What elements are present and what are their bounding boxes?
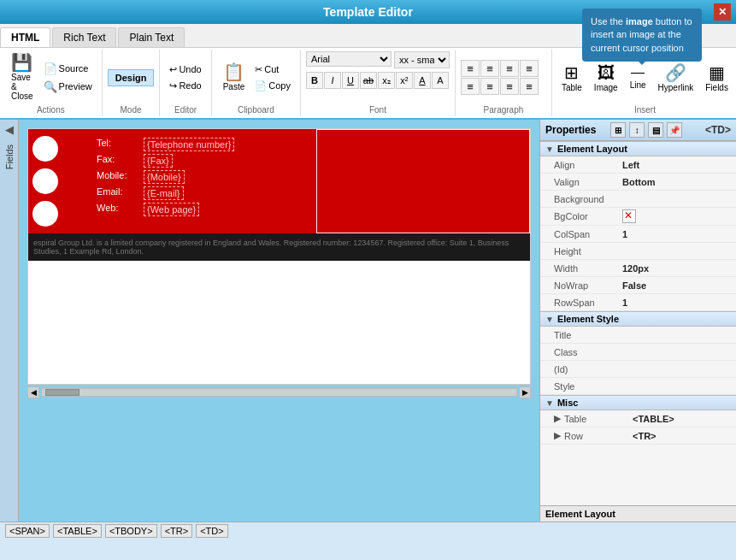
prop-background: Background (540, 191, 736, 208)
close-button[interactable]: ✕ (714, 3, 731, 21)
status-tag-span[interactable]: <SPAN> (5, 524, 50, 538)
superscript-button[interactable]: x² (396, 72, 413, 89)
collapse-icon-style: ▼ (545, 315, 554, 324)
expand-table[interactable]: ▶ (554, 413, 561, 424)
tooltip-box: Use the image button to insert an image … (582, 9, 702, 62)
status-tag-tr[interactable]: <TR> (161, 524, 193, 538)
status-tag-table[interactable]: <TABLE> (53, 524, 102, 538)
expand-row[interactable]: ▶ (554, 430, 561, 441)
outdent-button[interactable]: ≡ (520, 60, 539, 77)
properties-title: Properties (545, 124, 596, 136)
prop-table: ▶ Table <TABLE> (540, 410, 736, 427)
strikethrough-button[interactable]: ab (360, 72, 377, 89)
cut-button[interactable]: ✂ Cut (250, 62, 295, 78)
insert-label: Insert (634, 105, 656, 115)
contact-row-web: Web: {Web page} (97, 203, 308, 216)
prop-align: Align Left (540, 156, 736, 174)
section-element-layout[interactable]: ▼ Element Layout (540, 141, 736, 156)
font-size-select[interactable]: xx - small (394, 51, 450, 68)
fields-button[interactable]: ▦ Fields (701, 60, 733, 95)
preview-icon: 🔍 (44, 80, 57, 93)
undo-button[interactable]: ↩ Undo (165, 62, 205, 78)
properties-header: Properties ⊞ ↕ ▤ 📌 <TD> (540, 120, 736, 141)
ribbon-group-actions: 💾 Save &Close 📄 Source 🔍 Preview Actions (0, 50, 103, 116)
fields-toggle[interactable]: ◀ (5, 123, 14, 136)
table-icon: ⊞ (564, 62, 579, 83)
editor-label: Editor (174, 105, 197, 115)
align-left-button[interactable]: ≡ (461, 78, 480, 95)
paste-button[interactable]: 📋 Paste (217, 61, 251, 94)
design-button[interactable]: Design (108, 69, 155, 86)
status-bar: <SPAN> <TABLE> <TBODY> <TR> <TD> (0, 522, 736, 539)
prop-id: (Id) (540, 361, 736, 378)
tab-plain-text[interactable]: Plain Text (118, 27, 185, 47)
font-color-button[interactable]: A (414, 72, 431, 89)
ribbon-group-clipboard: 📋 Paste ✂ Cut 📄 Copy Clipboard (212, 50, 301, 116)
align-right-button[interactable]: ≡ (500, 78, 519, 95)
contact-row-mobile: Mobile: {Mobile} (97, 170, 308, 184)
prop-colspan: ColSpan 1 (540, 226, 736, 243)
fields-label: Fields (4, 144, 15, 169)
prop-style: Style (540, 378, 736, 395)
main-area: ◀ Fields (0, 120, 736, 522)
align-justify-button[interactable]: ≡ (520, 78, 539, 95)
canvas-inner: Tel: {Telephone number} Fax: {Fax} (27, 128, 531, 385)
hscrollbar: ◀ ▶ (27, 386, 531, 398)
source-button[interactable]: 📄 Source (39, 60, 97, 78)
properties-body: ▼ Element Layout Align Left Valign Botto… (540, 141, 736, 505)
prop-row: ▶ Row <TR> (540, 427, 736, 445)
tab-html[interactable]: HTML (0, 27, 50, 47)
hyperlink-button[interactable]: 🔗 Hyperlink (654, 60, 698, 95)
logo-circle-3 (32, 201, 58, 227)
clipboard-label: Clipboard (238, 105, 274, 115)
hyperlink-icon: 🔗 (665, 62, 686, 83)
font-name-select[interactable]: Arial (306, 51, 392, 67)
status-tag-tbody[interactable]: <TBODY> (105, 524, 157, 538)
prop-title: Title (540, 327, 736, 344)
source-icon: 📄 (44, 62, 57, 75)
props-icon-1[interactable]: ⊞ (610, 122, 626, 138)
email-template: Tel: {Telephone number} Fax: {Fax} (28, 129, 530, 261)
list-unordered-button[interactable]: ≡ (480, 60, 499, 77)
props-icon-4[interactable]: 📌 (667, 122, 682, 138)
prop-height: Height (540, 243, 736, 260)
bgcolor-swatch[interactable] (622, 209, 636, 223)
scroll-track[interactable] (41, 388, 517, 397)
subscript-button[interactable]: x₂ (378, 72, 395, 89)
section-misc[interactable]: ▼ Misc (540, 395, 736, 410)
paste-icon: 📋 (223, 63, 244, 80)
scroll-thumb[interactable] (45, 389, 79, 396)
tab-rich-text[interactable]: Rich Text (52, 27, 116, 47)
ribbon-group-font: Arial xx - small B I U ab x₂ x² A A (301, 50, 456, 116)
save-icon: 💾 (11, 54, 32, 71)
indent-button[interactable]: ≡ (500, 60, 519, 77)
preview-button[interactable]: 🔍 Preview (39, 78, 97, 96)
canvas-area[interactable]: Tel: {Telephone number} Fax: {Fax} (19, 120, 539, 522)
copy-button[interactable]: 📄 Copy (250, 78, 295, 94)
props-icon-2[interactable]: ↕ (629, 122, 645, 138)
scroll-right[interactable]: ▶ (519, 386, 531, 398)
bold-button[interactable]: B (306, 72, 323, 89)
prop-nowrap: NoWrap False (540, 277, 736, 294)
prop-rowspan: RowSpan 1 (540, 294, 736, 311)
align-center-button[interactable]: ≡ (480, 78, 499, 95)
image-button[interactable]: 🖼 Image (590, 61, 622, 95)
scroll-left[interactable]: ◀ (27, 386, 39, 398)
status-tag-td[interactable]: <TD> (196, 524, 228, 538)
section-element-style[interactable]: ▼ Element Style (540, 311, 736, 327)
mode-label: Mode (121, 105, 142, 115)
fields-sidebar: ◀ Fields (0, 120, 19, 522)
highlight-button[interactable]: A (432, 72, 449, 89)
collapse-icon-layout: ▼ (545, 144, 554, 154)
table-button[interactable]: ⊞ Table (557, 60, 586, 95)
save-close-button[interactable]: 💾 Save &Close (5, 51, 39, 103)
list-ordered-button[interactable]: ≡ (461, 60, 480, 77)
props-icon-3[interactable]: ▤ (648, 122, 663, 138)
redo-button[interactable]: ↪ Redo (165, 78, 205, 94)
selected-td[interactable] (316, 129, 530, 233)
prop-class: Class (540, 344, 736, 361)
underline-button[interactable]: U (342, 72, 359, 89)
logo-circle-2 (32, 168, 58, 194)
ribbon-group-paragraph: ≡ ≡ ≡ ≡ ≡ ≡ ≡ ≡ Paragraph (456, 50, 552, 116)
italic-button[interactable]: I (324, 72, 341, 89)
